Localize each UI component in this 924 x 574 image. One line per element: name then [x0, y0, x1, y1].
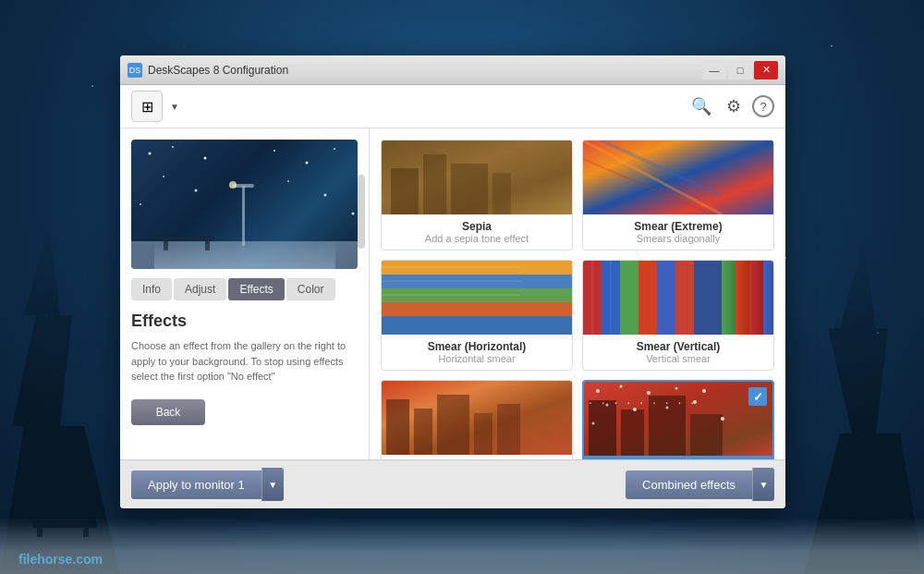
ground-decoration	[0, 519, 924, 574]
svg-point-10	[163, 176, 164, 177]
effect-thumb-smear-extreme	[583, 140, 773, 214]
svg-point-14	[140, 203, 141, 205]
apply-button[interactable]: Apply to monitor 1	[131, 470, 261, 499]
app-icon-label: DS	[129, 66, 141, 75]
svg-rect-21	[423, 154, 446, 214]
svg-rect-31	[382, 302, 572, 316]
svg-rect-55	[690, 414, 723, 456]
svg-rect-47	[414, 409, 432, 455]
svg-point-6	[204, 157, 207, 160]
minimize-button[interactable]: —	[702, 61, 726, 79]
effect-name-sepia: Sepia	[389, 220, 565, 233]
svg-rect-16	[159, 237, 214, 241]
effect-thumb-sepia	[382, 140, 572, 214]
effect-info-smear-h: Smear (Horizontal) Horizontal smear	[382, 335, 572, 370]
svg-rect-39	[638, 261, 657, 335]
svg-point-64	[693, 400, 697, 404]
svg-point-58	[647, 391, 650, 395]
section-description: Choose an effect from the gallery on the…	[131, 338, 358, 385]
window-title: DeskScapes 8 Configuration	[148, 64, 702, 77]
apply-dropdown-arrow: ▼	[268, 480, 277, 490]
svg-rect-22	[451, 164, 488, 214]
svg-rect-40	[657, 261, 675, 335]
svg-point-60	[702, 389, 706, 393]
effect-card-sepia[interactable]: Sepia Add a sepia tone effect	[381, 140, 573, 250]
svg-rect-42	[694, 261, 722, 335]
back-button[interactable]: Back	[131, 399, 205, 425]
svg-rect-20	[391, 168, 419, 214]
effect-name-smear-h: Smear (Horizontal)	[389, 340, 565, 353]
main-window: DS DeskScapes 8 Configuration — □ ✕ ⊞ ▼ …	[120, 55, 785, 508]
combined-dropdown-arrow: ▼	[760, 480, 769, 490]
effect-card-snow[interactable]: ✓ Snow Animated snow falling	[582, 380, 774, 459]
tab-adjust[interactable]: Adjust	[174, 278, 226, 300]
svg-rect-54	[649, 396, 686, 456]
tab-info[interactable]: Info	[131, 278, 172, 300]
watermark-text-plain: file	[18, 552, 37, 567]
watermark-text-colored: horse	[37, 552, 72, 567]
effect-desc-smear-h: Horizontal smear	[389, 353, 565, 364]
svg-rect-38	[620, 261, 638, 335]
watermark-text-suffix: .com	[72, 552, 103, 567]
monitor-dropdown-arrow[interactable]: ▼	[170, 102, 179, 112]
preview-image	[131, 140, 358, 269]
effect-thumb-smear-h	[382, 261, 572, 335]
help-icon[interactable]: ?	[752, 95, 774, 117]
effect-card-smear-h[interactable]: Smear (Horizontal) Horizontal smear	[381, 260, 573, 371]
svg-point-59	[675, 387, 678, 390]
svg-point-56	[596, 389, 600, 393]
svg-rect-46	[386, 399, 409, 455]
effect-info-sepia: Sepia Add a sepia tone effect	[382, 214, 572, 250]
svg-point-12	[287, 180, 289, 182]
bottom-bar: Apply to monitor 1 ▼ Combined effects ▼	[120, 459, 785, 508]
left-panel: Info Adjust Effects Color Effects Choose…	[120, 128, 370, 459]
svg-rect-49	[474, 413, 492, 455]
effect-name-smear-v: Smear (Vertical)	[590, 340, 766, 353]
svg-point-65	[592, 422, 595, 425]
selected-checkmark: ✓	[748, 387, 767, 406]
effect-thumb-snow	[584, 382, 772, 456]
effect-thumb-smear-v	[583, 261, 773, 335]
svg-rect-41	[675, 261, 694, 335]
svg-point-63	[666, 407, 669, 409]
section-title: Effects	[131, 311, 358, 331]
scroll-indicator	[358, 175, 365, 249]
svg-point-13	[324, 194, 327, 197]
svg-point-15	[352, 213, 355, 215]
effect-info-smear: Smear A simple smear	[382, 455, 572, 459]
combined-effects-button[interactable]: Combined effects	[626, 470, 752, 499]
maximize-button[interactable]: □	[728, 61, 752, 79]
effect-card-smear-v[interactable]: Smear (Vertical) Vertical smear	[582, 260, 774, 371]
monitor-icon-box[interactable]: ⊞	[131, 91, 163, 122]
bench-decoration	[28, 500, 102, 537]
svg-point-61	[606, 404, 609, 407]
search-icon[interactable]: 🔍	[687, 92, 715, 120]
effect-info-smear-v: Smear (Vertical) Vertical smear	[583, 335, 773, 370]
svg-point-8	[306, 162, 309, 165]
tab-effects[interactable]: Effects	[228, 278, 284, 300]
title-bar-buttons: — □ ✕	[702, 61, 778, 79]
svg-rect-1	[242, 186, 245, 246]
svg-point-4	[149, 153, 152, 155]
svg-rect-18	[205, 241, 210, 250]
settings-icon[interactable]: ⚙	[723, 92, 745, 120]
svg-rect-32	[382, 316, 572, 335]
svg-point-7	[274, 150, 275, 152]
effect-desc-smear-extreme: Smears diagonally	[590, 233, 766, 244]
svg-point-9	[334, 148, 335, 150]
svg-point-66	[721, 417, 724, 421]
tab-color[interactable]: Color	[286, 278, 335, 300]
combined-dropdown-button[interactable]: ▼	[752, 468, 774, 501]
apply-dropdown-button[interactable]: ▼	[261, 468, 284, 501]
effect-thumb-smear	[382, 381, 572, 455]
tabs: Info Adjust Effects Color	[131, 278, 358, 300]
effect-card-smear[interactable]: Smear A simple smear	[381, 380, 573, 459]
monitor-icon: ⊞	[141, 98, 153, 116]
effect-name-snow: Snow	[584, 456, 772, 459]
effect-card-smear-extreme[interactable]: Smear (Extreme) Smears diagonally	[582, 140, 774, 250]
close-button[interactable]: ✕	[754, 61, 778, 79]
apply-button-group: Apply to monitor 1 ▼	[131, 468, 284, 501]
effect-name-smear-extreme: Smear (Extreme)	[590, 220, 766, 233]
svg-rect-17	[164, 241, 168, 250]
svg-point-57	[620, 385, 623, 388]
